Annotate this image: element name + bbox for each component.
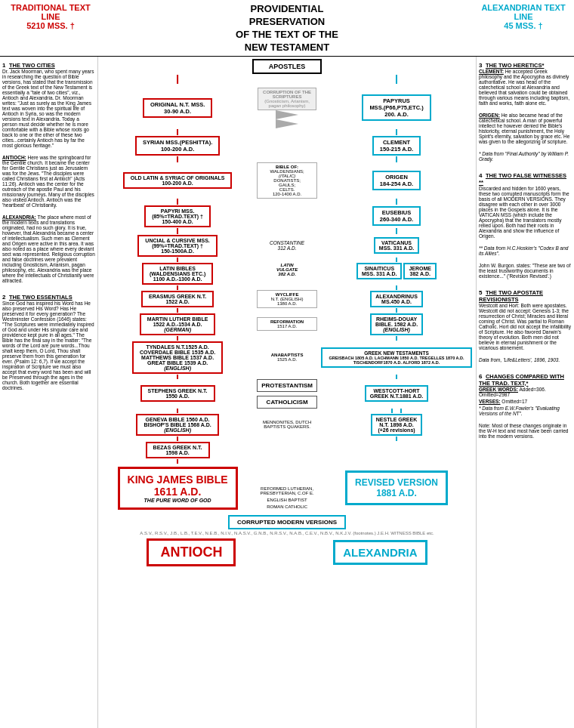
- greek-nt-box: GREEK NEW TESTAMENTS GREISBACH 1805 A.D.…: [321, 347, 472, 368]
- page: TRADITIONAL TEXT LINE 5210 MSS. † PROVID…: [0, 0, 574, 728]
- svg-marker-4: [276, 110, 298, 119]
- section4-body: Discarded and hidden for 1600 years, the…: [479, 186, 572, 239]
- tyndales-box: TYNDALES N.T.1525 A.D. COVERDALE BIBLE 1…: [132, 341, 223, 374]
- jerome-box: JEROME 382 A.D.: [403, 263, 437, 279]
- antioch-main-box: ANTIOCH: [147, 538, 236, 566]
- trad-line-header: TRADITIONAL TEXT LINE 5210 MSS. †: [2, 3, 100, 30]
- origen-right-body: He also became head of the catechetical …: [479, 113, 569, 144]
- latin-vulgate-label: LATIN VULGATE 382 A.D.: [258, 263, 316, 276]
- modern-versions-box: CORRUPTED MODERN VERSIONS: [228, 515, 346, 529]
- section5-body: Westcott and Hort: Both were apostates. …: [479, 303, 572, 350]
- reformation-box: REFORMATION 1517 A.D.: [257, 317, 317, 331]
- greek-words-title: GREEK WORDS:: [479, 387, 518, 392]
- trad-mss: 5210 MSS. †: [26, 21, 75, 30]
- anabaptists-label: ANABAPTISTS 1525 A.D.: [257, 353, 317, 362]
- alex-title: ALEXANDRIA:: [2, 214, 36, 220]
- vaticanus-box: VATICANUS MSS. 331 A.D.: [374, 237, 419, 254]
- original-nt-box: ORIGINAL N.T. MSS. 30-90 A.D.: [143, 98, 212, 118]
- origen-box: ORIGEN 184-254 A.D.: [372, 171, 421, 190]
- papyri-box: PAPYRI MSS. (85%=TRAD.TEXT) † 150-400 A.…: [144, 205, 211, 227]
- main-title-l1: PROVIDENTIAL: [236, 3, 338, 16]
- main-content: 1 THE TWO CITIES Dr. Jack Moorman, who s…: [0, 57, 574, 728]
- alexandrinus-box: ALEXANDRINUS MS.450 A.D.: [370, 291, 423, 307]
- constantine-label: CONSTANTINE 312 A.D.: [258, 240, 316, 251]
- geneva-box: GENEVA BIBLE 1560 A.D. BISHOP'S BIBLE 15…: [136, 414, 218, 436]
- section5-note: Data from, 'Life&Letters', 1896, 1903.: [479, 357, 572, 362]
- main-title: PROVIDENTIAL PRESERVATION OF THE TEXT OF…: [236, 3, 338, 54]
- header-center: PROVIDENTIAL PRESERVATION OF THE TEXT OF…: [100, 3, 474, 54]
- alex-body: The place where most of the modern texts…: [2, 214, 95, 283]
- wycliffe-box: WYCLIFFE N.T. (ENGLISH) 1380 A.D.: [257, 290, 317, 308]
- bible-of-box: BIBLE OF: WALDENSIANS; (ITALIC) DONATIST…: [257, 162, 317, 199]
- right-column: 3 THE TWO HERETICS* CLEMENT: He accepted…: [476, 57, 574, 728]
- main-title-l3: OF THE TEXT OF THE: [236, 29, 338, 42]
- rv-box: REVISED VERSION 1881 A.D.: [345, 470, 448, 505]
- section5-num: 5 THE TWO APOSTATE REVISIONISTS: [479, 289, 572, 303]
- rheims-box: RHEIMS-DOUAY BIBLE. 1582 A.D. (ENGLISH): [370, 313, 423, 335]
- section1-num: 1 THE TWO CITIES: [2, 62, 95, 69]
- section1-title: THE TWO CITIES: [9, 62, 55, 69]
- verses: Omitted=17: [501, 399, 527, 404]
- left-column: 1 THE TWO CITIES Dr. Jack Moorman, who s…: [0, 57, 98, 728]
- old-latin-box: OLD LATIN & SYRIAC OF ORIGINALS 100-200 …: [123, 172, 233, 189]
- section6-num: 6 CHANGES COMPARED WITH THE TRAD. TEXT,*: [479, 373, 572, 387]
- kjb-box: KING JAMES BIBLE 1611 A.D. THE PURE WORD…: [118, 467, 238, 510]
- flow-diagram: APOSTLES: [98, 57, 476, 568]
- section2-num: 2 THE TWO ESSENTIALS: [2, 294, 95, 301]
- section6-final: Note: Most of these changes originate in…: [479, 423, 572, 439]
- stephens-box: STEPHENS GREEK N.T. 1550 A.D.: [140, 385, 215, 402]
- nestle-box: NESTLE GREEK N.T. 1898 A.D. (+26 revisio…: [371, 414, 422, 436]
- section3-note: * Data from "Final Authority" by William…: [479, 151, 572, 162]
- alex-mss: 45 MSS. †: [504, 21, 542, 30]
- center-column: APOSTLES: [98, 57, 476, 728]
- antioch-title: ANTIOCH:: [2, 155, 26, 160]
- alex-line-header: ALEXANDRIAN TEXT LINE 45 MSS. †: [474, 3, 572, 30]
- alexandria-main-box: ALEXANDRIA: [333, 540, 427, 565]
- arrow-apostles-left: [102, 75, 253, 86]
- protestantism-box: PROTESTANTISM: [257, 379, 317, 392]
- corruption-arrow-svg: [276, 110, 298, 119]
- papyrus-box: PAPYRUS MSS.(P66,P75,ETC.) 200. A.D.: [362, 94, 430, 121]
- origen-right-name: ORIGEN:: [479, 113, 500, 118]
- header-left: TRADITIONAL TEXT LINE 5210 MSS. †: [2, 3, 100, 30]
- section3-num: 3 THE TWO HERETICS*: [479, 62, 572, 69]
- antioch-body: Here was the springboard for the Gentile…: [2, 155, 94, 208]
- section3-title: THE TWO HERETICS*: [486, 62, 545, 69]
- section6-title: CHANGES COMPARED WITH THE TRAD. TEXT,*: [479, 373, 564, 387]
- section2-title: THE TWO ESSENTIALS: [9, 294, 73, 301]
- section5-title: THE TWO APOSTATE REVISIONISTS: [479, 289, 543, 303]
- main-title-l2: PRESERVATION: [236, 16, 338, 29]
- trad-label: TRADITIONAL TEXT LINE: [11, 3, 91, 21]
- erasmus-box: ERASMUS GREEK N.T. 1522 A.D.: [141, 291, 214, 307]
- syrian-box: SYRIAN MSS.(PESHITTA). 100-200 A.D.: [135, 136, 220, 156]
- westcott-hort-box: WESTCOTT-HORT GREEK N.T.1881 A.D.: [365, 385, 429, 402]
- verses-title: VERSES:: [479, 399, 501, 404]
- bottom-labels: REFORMED LUTHERAN, PRESBYTERIAN, C.OF E.…: [257, 486, 317, 509]
- latin-bibles-box: LATIN BIBLES (WALDENSIANS ETC.) 1100 A.D…: [142, 263, 213, 285]
- main-title-l4: NEW TESTAMENT: [236, 42, 338, 54]
- corruption-label: CORRUPTION OF THE SCRIPTURES (Gnosticism…: [258, 88, 316, 128]
- section4-burgon: John W. Burgon. states: "These are two o…: [479, 263, 572, 279]
- clement-box: CLEMENT 150-215 A.D.: [372, 136, 421, 156]
- clement-right-body: He accepted Greek philosophy and the Apo…: [479, 69, 569, 106]
- section2-body: Since God has inspired his Word has He a…: [2, 301, 95, 390]
- eusebius-box: EUSEBIUS 260-340 A.D.: [372, 206, 421, 226]
- svg-marker-5: [276, 119, 298, 128]
- header-right: ALEXANDRIAN TEXT LINE 45 MSS. †: [474, 3, 572, 30]
- section4-note1: ** Data from H.C.Hoskier's "Codex B and …: [479, 245, 572, 256]
- luther-box: MARTIN LUTHER BIBLE 1522 A.D.-1534 A.D. …: [140, 313, 216, 335]
- section6-note: * Data from E.W.Fowler's "Evaluating Ver…: [479, 406, 572, 416]
- alex-label: ALEXANDRIAN TEXT LINE: [481, 3, 565, 21]
- apostles-box: APOSTLES: [252, 59, 322, 74]
- section1-body: Dr. Jack Moorman, who spent many years i…: [2, 69, 95, 148]
- uncial-box: UNCIAL & CURSIVE MSS. (99%=TRAD.TEXT) † …: [137, 235, 217, 257]
- sinaiticus-box: SINAITICUS MSS. 331 A.D.: [356, 263, 402, 279]
- section4-title: THE TWO FALSE WITNESSES **: [479, 172, 566, 186]
- bezas-box: BEZAS GREEK N.T. 1598 A.D.: [146, 442, 210, 458]
- section4-num: 4 THE TWO FALSE WITNESSES **: [479, 172, 572, 186]
- mennonites-label: MENNONITES, DUTCH BAPTISTS QUAKERS.: [257, 420, 317, 429]
- arrow-apostles-right: [321, 75, 472, 86]
- header: TRADITIONAL TEXT LINE 5210 MSS. † PROVID…: [0, 0, 574, 57]
- clement-right-name: CLEMENT:: [479, 69, 504, 74]
- catholicism-box: CATHOLICISM: [257, 396, 317, 409]
